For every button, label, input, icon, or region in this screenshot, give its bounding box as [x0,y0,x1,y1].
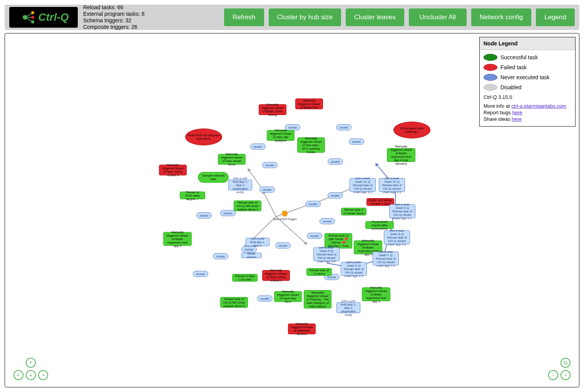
success-task-node[interactable]: Reload task of Ctrl-Q NR script replace … [220,297,248,308]
success-task-node[interactable]: Reload task 2 of reload demo [341,208,366,215]
failed-task-node[interactable]: Node-RED ext program task demo [185,128,222,145]
legend-shape-failed-icon [484,64,497,71]
logo-text: Ctrl-Q [38,11,69,23]
legend-shape-success-icon [484,54,497,61]
zoom-out-button[interactable] [548,370,558,380]
network-config-button[interactable]: Network config [471,8,531,26]
stat-schema-triggers: Schema triggers: 32 [83,17,145,24]
success-task-node[interactable]: Manually triggered reload of User reload… [218,154,246,165]
legend-more-info-link[interactable]: ctrl-q.ptarmiganlabs.com [511,103,566,109]
cluster-node[interactable]: cluster [220,210,236,216]
cluster-node[interactable]: cluster [336,124,351,130]
task-event-trigger-icon[interactable] [281,210,288,217]
success-task-node[interactable]: PowerShell export data connections [365,221,394,229]
legend-shape-disabled-icon [484,84,497,91]
header-stats: Reload tasks: 66 External program tasks:… [83,4,145,30]
cluster-node[interactable]: cluster [193,271,208,277]
pan-left-button[interactable] [13,370,23,380]
svg-point-5 [31,16,34,19]
cluster-node[interactable]: cluster [257,295,273,302]
svg-point-6 [31,20,34,23]
never-task-node[interactable]: Never started [241,253,262,258]
failed-task-node[interactable]: Manually triggered reload of Millennial … [288,324,316,334]
never-task-node[interactable]: [ctrl-q task chain 7.1] Reload task of C… [373,252,399,265]
cluster-node[interactable]: cluster [259,187,275,193]
never-task-node[interactable]: [ctrl-q task chain 5.2] Reload task of C… [313,247,340,261]
never-task-node[interactable]: [ctrl-q unit test] app 1, task 1 [246,238,269,246]
cluster-node[interactable]: cluster [196,212,212,219]
cluster-leaves-button[interactable]: Cluster leaves [346,8,404,26]
failed-task-node[interactable]: Manually triggered reload of Task Voting… [159,165,187,175]
cluster-node[interactable]: cluster [307,233,322,239]
cluster-node[interactable]: cluster [320,218,335,224]
never-task-node[interactable]: [ctrl-q task chain 9.1] Reload task of C… [389,204,415,218]
success-task-node[interactable]: Manually triggered reload of Test data -… [297,137,325,153]
legend-item-disabled: Disabled [484,84,571,91]
legend-title: Node Legend [480,37,575,50]
cluster-node[interactable]: cluster [349,138,364,145]
never-task-node[interactable]: [ctrl-q task chain 10.1] Reload task of … [379,178,405,192]
pan-right-button[interactable] [38,370,48,380]
logo: Ctrl-Q [9,7,78,28]
success-task-node[interactable]: Manually triggered reload of Web site an… [267,130,295,141]
legend-version: Ctrl-Q 3.15.0 [484,94,571,100]
failed-task-node[interactable]: Manually triggered reload of Task Voting… [262,270,290,281]
legend-shape-never-icon [484,74,497,81]
cluster-node[interactable]: cluster [305,201,321,207]
svg-rect-7 [564,362,567,364]
never-task-node[interactable]: [ctrl-q unit test] app 1, task 2 (duplic… [228,180,252,190]
cluster-by-hub-button[interactable]: Cluster by hub size [269,8,341,26]
cluster-node[interactable]: cluster [328,158,343,165]
never-task-node[interactable]: [ctrl-q task chain 11.1] Reload task of … [350,178,376,192]
success-task-node[interactable]: Manually triggered reload of Butler regr… [362,287,390,301]
success-task-node[interactable]: Manually triggered reload of Butler regr… [387,148,415,162]
never-task-node[interactable]: [ctrl-q task chain 8.1] Reload task of C… [384,230,410,244]
success-task-node[interactable]: Manually triggered reload of Butler regr… [163,232,192,246]
zoom-in-button[interactable] [561,370,571,380]
legend-report-bugs-link[interactable]: here [512,110,522,115]
success-task-node[interactable]: Manually triggered reload of Training - … [304,290,331,309]
cluster-node[interactable]: cluster [213,253,228,259]
svg-point-4 [31,11,34,14]
cluster-node[interactable]: cluster [250,143,266,150]
legend-item-successful: Successful task [484,54,571,61]
fit-view-button[interactable] [561,358,571,368]
uncluster-all-button[interactable]: Uncluster All [409,8,467,26]
task-event-trigger-label: Task event trigger [273,217,297,221]
stat-ext-prog-tasks: External program tasks: 8 [83,11,145,17]
legend-share-ideas-link[interactable]: here [512,116,522,122]
success-task-node[interactable]: Reload task of Ctrl-Q NR script replace … [234,200,261,211]
success-task-node[interactable]: Reload of App 1 (10 sek) [232,274,258,282]
refresh-button[interactable]: Refresh [224,8,264,26]
legend-item-failed: Failed task [484,64,571,71]
failed-task-node[interactable]: Manually triggered reload of Butter Stoc… [259,104,286,115]
legend-button[interactable]: Legend [536,8,575,26]
cluster-node[interactable]: cluster [328,192,343,199]
success-task-node[interactable]: Reload of 2018 sales targets ✓ [180,192,205,199]
pan-down-button[interactable] [26,370,36,380]
cluster-node[interactable]: cluster [262,162,278,168]
never-task-node[interactable]: [ctrl-q unit test] app 1, task 2 (duplic… [336,302,360,313]
pan-up-button[interactable] [26,358,36,368]
never-task-node[interactable]: [ctrl-q task chain 6.1] Reload task of C… [341,262,367,276]
failed-task-node[interactable]: Manually triggered reload of ButlerTest [295,98,323,109]
legend-item-never: Never executed task [484,74,571,81]
success-task-node[interactable]: Reload task of CI demo [306,268,332,276]
failed-task-node[interactable]: Ext program task chaining 1 [393,122,430,138]
stat-composite-triggers: Composite triggers: 26 [83,24,145,30]
success-task-node[interactable]: Sample external task [198,172,229,183]
stat-reload-tasks: Reload tasks: 66 [83,4,145,11]
svg-point-3 [23,15,27,20]
success-task-node[interactable]: Manually triggered reload of Symt key DE… [274,291,302,302]
cluster-node[interactable]: cluster [275,242,291,249]
legend-panel: Node Legend Successful task Failed task … [479,37,576,127]
